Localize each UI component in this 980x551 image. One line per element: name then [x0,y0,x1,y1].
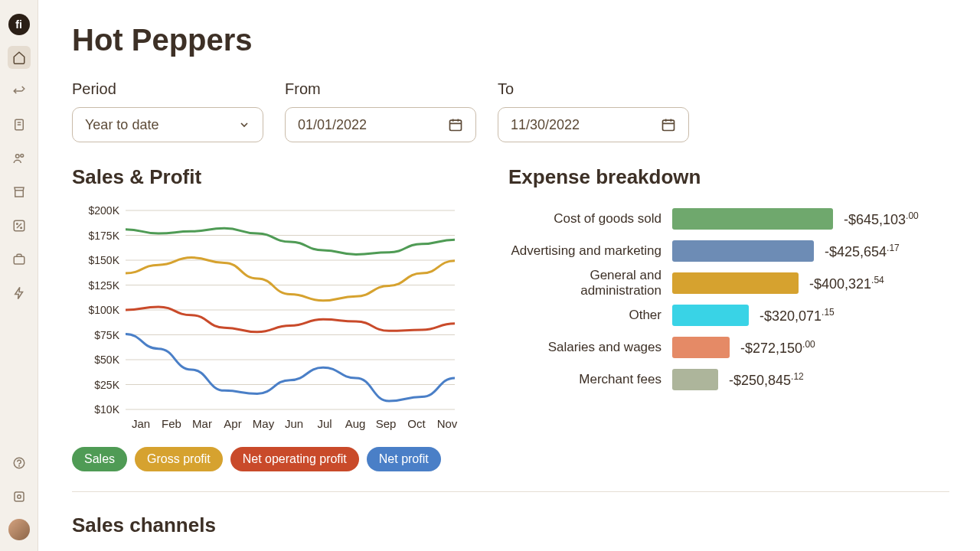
expense-label: Salaries and wages [508,340,662,355]
svg-rect-9 [15,492,24,501]
chart-legend: Sales Gross profit Net operating profit … [72,447,462,471]
svg-rect-12 [663,120,675,130]
main-content: Hot Peppers Period Year to date From 01/… [38,0,980,551]
nav-people-icon[interactable] [8,147,31,170]
sales-profit-chart: $200K$175K$150K$125K$100K$75K$50K$25K$10… [72,203,462,430]
expense-bar [672,305,749,326]
x-axis-labels: JanFebMarAprMayJunJulAugSepOctNov [72,417,462,430]
period-value: Year to date [85,117,158,133]
nav-receipts-icon[interactable] [8,113,31,136]
sales-channels-title: Sales channels [72,514,949,537]
from-date-input[interactable]: 01/01/2022 [285,107,476,142]
svg-rect-11 [450,120,462,130]
legend-sales[interactable]: Sales [72,447,127,471]
expense-value: -$250,845.12 [729,371,804,389]
expense-row: Merchant fees-$250,845.12 [508,364,949,396]
svg-text:$150K: $150K [89,254,120,266]
expense-label: Advertising and marketing [508,243,662,259]
from-filter: From 01/01/2022 [285,80,476,142]
expense-bar [672,272,799,294]
svg-text:$50K: $50K [94,354,119,366]
nav-percent-icon[interactable] [8,214,31,237]
expense-row: Cost of goods sold-$645,103.00 [508,203,949,235]
app-logo[interactable]: fi [8,14,30,35]
to-date-input[interactable]: 11/30/2022 [498,107,689,142]
expense-bar [672,240,814,262]
svg-text:$10K: $10K [94,403,119,416]
svg-point-1 [15,155,19,158]
to-value: 11/30/2022 [511,117,580,133]
calendar-icon [448,117,463,132]
svg-point-4 [16,223,18,225]
period-label: Period [72,80,263,98]
expense-value: -$272,150.00 [740,339,815,357]
svg-point-8 [18,465,19,466]
sidebar: fi [0,0,38,551]
expense-section: Expense breakdown Cost of goods sold-$64… [508,165,949,471]
from-label: From [285,80,476,98]
svg-text:$75K: $75K [94,329,119,341]
expense-bar [672,369,718,390]
from-value: 01/01/2022 [298,117,367,133]
chevron-down-icon [238,119,250,131]
to-label: To [498,80,689,98]
nav-transfers-icon[interactable] [8,80,31,103]
legend-netop[interactable]: Net operating profit [230,447,359,471]
expense-label: General and administration [508,268,662,298]
period-select[interactable]: Year to date [72,107,263,142]
svg-point-10 [17,495,21,499]
user-avatar[interactable] [8,519,30,540]
expense-title: Expense breakdown [508,165,949,189]
svg-text:$200K: $200K [89,204,120,217]
nav-lightning-icon[interactable] [8,282,31,305]
svg-text:$25K: $25K [94,379,119,391]
sales-profit-section: Sales & Profit $200K$175K$150K$125K$100K… [72,165,462,471]
dashboard-columns: Sales & Profit $200K$175K$150K$125K$100K… [72,165,949,471]
expense-row: Advertising and marketing-$425,654.17 [508,235,949,267]
expense-label: Cost of goods sold [508,211,662,227]
expense-bar [672,208,833,230]
svg-rect-6 [14,256,24,264]
svg-point-5 [20,227,21,229]
nav-briefcase-icon[interactable] [8,248,31,271]
expense-value: -$400,321.54 [809,275,884,292]
expense-bar [672,337,730,358]
filters-row: Period Year to date From 01/01/2022 To 1… [72,80,949,142]
expense-value: -$320,071.15 [760,307,835,324]
legend-gross[interactable]: Gross profit [135,447,223,471]
sales-profit-title: Sales & Profit [72,165,462,189]
nav-home-icon[interactable] [8,46,31,69]
nav-store-icon[interactable] [8,181,31,204]
expense-row: Salaries and wages-$272,150.00 [508,331,949,364]
svg-point-2 [20,154,23,157]
nav-help-icon[interactable] [8,452,31,474]
page-title: Hot Peppers [72,23,949,57]
expense-row: Other-$320,071.15 [508,299,949,331]
expense-label: Other [508,308,662,323]
nav-settings-icon[interactable] [8,485,31,508]
legend-net[interactable]: Net profit [367,447,441,471]
expense-value: -$645,103.00 [844,210,919,228]
to-filter: To 11/30/2022 [498,80,689,142]
line-chart-svg: $200K$175K$150K$125K$100K$75K$50K$25K$10… [72,203,462,417]
svg-text:$175K: $175K [89,230,120,242]
period-filter: Period Year to date [72,80,263,142]
svg-text:$100K: $100K [89,304,120,316]
expense-rows: Cost of goods sold-$645,103.00Advertisin… [508,203,949,396]
expense-row: General and administration-$400,321.54 [508,267,949,299]
expense-value: -$425,654.17 [825,243,900,260]
calendar-icon [661,117,676,132]
expense-label: Merchant fees [508,372,662,387]
svg-text:$125K: $125K [89,279,120,292]
section-divider [72,491,949,492]
